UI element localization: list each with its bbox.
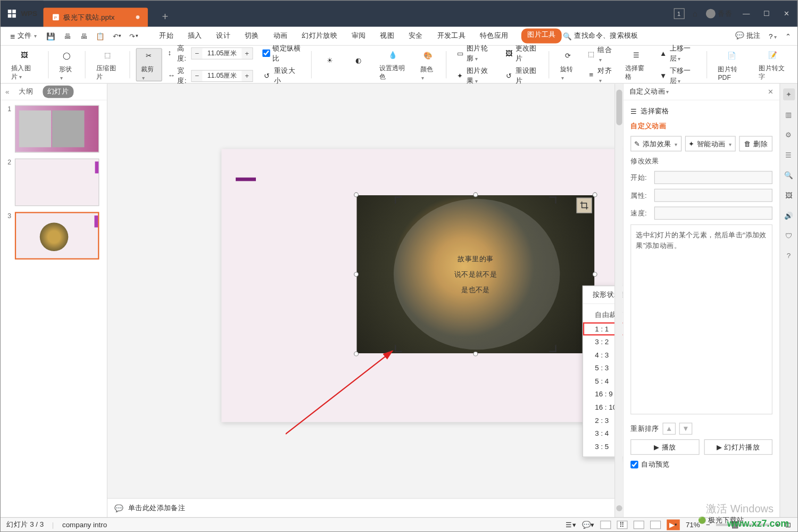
effect-button[interactable]: ✦图片效果: [456, 65, 494, 86]
tab-special[interactable]: 特色应用: [479, 29, 510, 44]
tab-slideshow[interactable]: 幻灯片放映: [301, 29, 338, 44]
reset-picture-button[interactable]: ↺重设图片: [505, 65, 539, 86]
canvas-scrollbar[interactable]: [614, 84, 623, 517]
handle-tr[interactable]: [593, 193, 597, 197]
slide-thumb-1[interactable]: 1: [4, 105, 103, 153]
print-preview-icon[interactable]: 🖶: [79, 30, 89, 41]
handle-l[interactable]: [354, 272, 359, 277]
auto-preview-checkbox[interactable]: 自动预览: [624, 457, 780, 472]
tab-developer[interactable]: 开发工具: [436, 29, 467, 44]
security-sidebar-icon[interactable]: 🛡: [783, 230, 794, 242]
close-pane-icon[interactable]: ✕: [768, 88, 774, 96]
width-minus[interactable]: −: [192, 70, 202, 81]
handle-r[interactable]: [593, 272, 597, 277]
tab-review[interactable]: 审阅: [351, 29, 367, 44]
tab-home[interactable]: 开始: [158, 29, 174, 44]
normal-view-button[interactable]: [600, 520, 611, 529]
slide-thumb-3[interactable]: 3: [4, 212, 103, 259]
print-icon[interactable]: 🖶: [62, 30, 72, 41]
collapse-panel-icon[interactable]: «: [5, 88, 9, 96]
comments-toggle[interactable]: 💬▾: [582, 520, 594, 529]
to-text-button[interactable]: 📝图片转文字: [754, 48, 791, 81]
collapse-ribbon-icon[interactable]: ⌃: [785, 32, 791, 40]
handle-bl[interactable]: [354, 352, 359, 356]
add-tab-button[interactable]: +: [159, 10, 172, 23]
image-sidebar-icon[interactable]: 🖼: [783, 189, 794, 201]
outline-button[interactable]: ▭图片轮廓: [456, 43, 494, 63]
animation-sidebar-icon[interactable]: ✦: [783, 88, 794, 100]
reading-view-button[interactable]: [634, 520, 644, 529]
prop-select[interactable]: [654, 189, 772, 202]
tab-transition[interactable]: 切换: [244, 29, 260, 44]
command-search[interactable]: 🔍查找命令、搜索模板: [563, 31, 638, 41]
sorter-view-button[interactable]: ⠿: [617, 520, 627, 529]
handle-b[interactable]: [473, 352, 478, 356]
smart-anim-button[interactable]: ✦智能动画: [685, 136, 735, 152]
transition-sidebar-icon[interactable]: ▥: [783, 109, 794, 120]
tab-picture-tools[interactable]: 图片工具: [521, 29, 562, 44]
user-avatar[interactable]: 香香: [706, 9, 732, 19]
save-icon[interactable]: 💾: [45, 30, 56, 41]
align-button[interactable]: ≡对齐: [587, 65, 613, 84]
group-button[interactable]: ⬚组合: [587, 45, 613, 63]
height-spinner[interactable]: −+: [191, 47, 253, 59]
minimize-button[interactable]: —: [741, 8, 752, 20]
notes-toggle[interactable]: ☰▾: [566, 520, 576, 529]
crop-float-button[interactable]: [577, 198, 592, 213]
insert-picture-button[interactable]: 🖼插入图片: [6, 48, 41, 81]
comments-button[interactable]: 💬 批注: [735, 31, 760, 41]
properties-sidebar-icon[interactable]: ⚙: [783, 129, 794, 140]
tab-view[interactable]: 视图: [379, 29, 395, 44]
handle-t[interactable]: [473, 193, 478, 197]
height-input[interactable]: [203, 48, 242, 59]
lock-aspect-checkbox[interactable]: 锁定纵横比: [262, 43, 301, 63]
crop-button[interactable]: ✂裁剪: [136, 48, 162, 81]
color-button[interactable]: 🎨颜色: [415, 48, 440, 81]
width-spinner[interactable]: −+: [191, 70, 253, 81]
delete-button[interactable]: 🗑删除: [739, 136, 772, 152]
compress-button[interactable]: ⬚压缩图片: [92, 48, 123, 81]
help-sidebar-icon[interactable]: ?: [783, 250, 794, 262]
slides-tab[interactable]: 幻灯片: [43, 86, 73, 98]
height-minus[interactable]: −: [192, 48, 202, 59]
apps-icon[interactable]: ⌂: [693, 9, 697, 19]
selected-picture[interactable]: 故事里的事 说不是就不是 是也不是: [357, 195, 594, 353]
add-effect-button[interactable]: ✎添加效果: [630, 136, 681, 152]
tab-security[interactable]: 安全: [408, 29, 424, 44]
pane-title[interactable]: 自定义动画: [629, 87, 669, 97]
notes-area[interactable]: 💬单击此处添加备注: [107, 498, 614, 517]
notification-badge[interactable]: 1: [674, 9, 684, 19]
selection-pane-button[interactable]: ☰选择窗格: [620, 48, 652, 81]
to-pdf-button[interactable]: 📄图片转PDF: [713, 48, 750, 81]
copy-icon[interactable]: 📋: [95, 30, 106, 41]
close-button[interactable]: ✕: [781, 8, 793, 20]
width-input[interactable]: [203, 70, 242, 81]
tab-insert[interactable]: 插入: [187, 29, 203, 44]
speed-select[interactable]: [654, 206, 772, 220]
move-down-button[interactable]: ▼: [679, 423, 693, 435]
shape-button[interactable]: ◯形状: [54, 48, 79, 81]
tab-design[interactable]: 设计: [215, 29, 231, 44]
slide-thumb-2[interactable]: 2: [4, 159, 103, 206]
rotate-button[interactable]: ⟳旋转: [555, 48, 580, 81]
change-picture-button[interactable]: 🖼更改图片: [505, 43, 539, 63]
play-button[interactable]: ▶播放: [630, 439, 699, 455]
maximize-button[interactable]: ☐: [761, 8, 772, 20]
reset-size-button[interactable]: ↺重设大小: [262, 65, 301, 86]
find-sidebar-icon[interactable]: 🔍: [783, 169, 794, 181]
file-menu[interactable]: ≡文件▾: [6, 29, 40, 43]
selection-pane-link[interactable]: ☰选择窗格: [630, 106, 772, 117]
slide-canvas[interactable]: 故事里的事 说不是就不是 是也不是: [107, 84, 623, 517]
play-present-button[interactable]: ▶▾: [667, 519, 680, 530]
layers-sidebar-icon[interactable]: ☰: [783, 149, 794, 161]
present-view-button[interactable]: [650, 520, 661, 529]
audio-sidebar-icon[interactable]: 🔊: [783, 210, 794, 221]
wps-logo[interactable]: WPS: [1, 1, 43, 27]
width-plus[interactable]: +: [242, 70, 252, 81]
transparent-color-button[interactable]: 💧设置透明色: [375, 48, 412, 81]
brightness-button[interactable]: ☀.: [318, 48, 343, 81]
redo-icon[interactable]: ↷▾: [128, 30, 139, 41]
undo-icon[interactable]: ↶▾: [112, 30, 122, 41]
start-select[interactable]: [654, 171, 772, 184]
document-tab[interactable]: P 极光下载站.pptx: [43, 8, 147, 27]
